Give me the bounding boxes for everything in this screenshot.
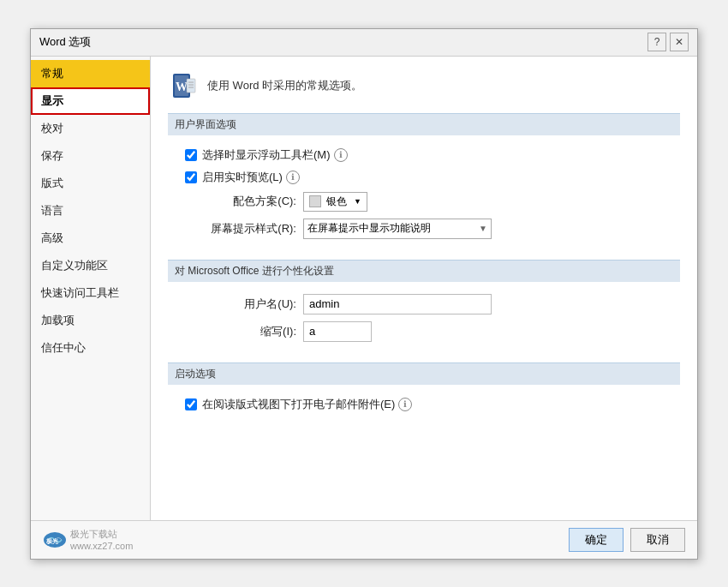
personalize-section-divider: 对 Microsoft Office 进行个性化设置	[168, 260, 680, 282]
screen-tip-label: 屏幕提示样式(R):	[185, 221, 296, 237]
svg-text:极光: 极光	[45, 537, 59, 544]
live-preview-label: 启用实时预览(L)	[202, 170, 283, 185]
sidebar-item-customize-ribbon[interactable]: 自定义功能区	[31, 252, 150, 279]
title-bar-buttons: ? ✕	[647, 33, 689, 51]
content-header-text: 使用 Word 时采用的常规选项。	[207, 78, 362, 93]
title-bar: Word 选项 ? ✕	[31, 29, 697, 57]
live-preview-checkbox[interactable]	[185, 171, 197, 183]
open-email-label: 在阅读版式视图下打开电子邮件附件(E)	[202, 397, 395, 412]
show-mini-toolbar-row: 选择时显示浮动工具栏(M) ℹ	[185, 147, 673, 163]
color-dropdown-arrow: ▼	[354, 197, 361, 206]
brand-url: www.xz27.com	[70, 541, 133, 551]
sidebar-item-advanced[interactable]: 高级	[31, 225, 150, 252]
color-scheme-label: 配色方案(C):	[185, 194, 296, 209]
open-email-row: 在阅读版式视图下打开电子邮件附件(E) ℹ	[185, 397, 673, 412]
username-row: 用户名(U):	[185, 294, 673, 314]
personalize-section-content: 用户名(U): 缩写(I):	[168, 291, 680, 356]
sidebar-item-trust-center[interactable]: 信任中心	[31, 334, 150, 362]
screen-tip-dropdown-arrow: ▼	[479, 224, 487, 233]
dialog-title: Word 选项	[39, 34, 91, 50]
username-label: 用户名(U):	[185, 296, 296, 312]
dialog-footer: 极光 极光下载站 www.xz27.com 确定 取消	[31, 520, 697, 559]
color-scheme-row: 配色方案(C): 银色 ▼	[185, 192, 673, 212]
sidebar-item-language[interactable]: 语言	[31, 197, 150, 225]
brand-logo: 极光	[43, 531, 67, 548]
content-header: W 使用 Word 时采用的常规选项。	[168, 70, 680, 101]
sidebar-item-general[interactable]: 常规	[31, 60, 150, 87]
sidebar-item-proofing[interactable]: 校对	[31, 115, 150, 142]
initials-row: 缩写(I):	[185, 321, 673, 342]
footer-brand: 极光 极光下载站 www.xz27.com	[43, 528, 133, 551]
screen-tip-row: 屏幕提示样式(R): 在屏幕提示中显示功能说明 ▼	[185, 219, 673, 239]
sidebar-item-save[interactable]: 保存	[31, 142, 150, 170]
open-email-info-icon[interactable]: ℹ	[398, 398, 412, 411]
username-input[interactable]	[303, 294, 492, 314]
sidebar-item-layout[interactable]: 版式	[31, 170, 150, 197]
main-content: W 使用 Word 时采用的常规选项。 用户界面选项	[151, 57, 697, 520]
sidebar-item-display[interactable]: 显示	[31, 87, 150, 115]
initials-label: 缩写(I):	[185, 324, 296, 339]
sidebar: 常规 显示 校对 保存 版式 语言 高级 自定义功能区	[31, 57, 151, 520]
help-button[interactable]: ?	[647, 33, 666, 51]
startup-section-content: 在阅读版式视图下打开电子邮件附件(E) ℹ	[168, 393, 680, 426]
live-preview-info-icon[interactable]: ℹ	[286, 171, 300, 184]
mini-toolbar-info-icon[interactable]: ℹ	[334, 148, 348, 162]
show-mini-toolbar-checkbox[interactable]	[185, 149, 197, 161]
open-email-checkbox[interactable]	[185, 398, 197, 410]
svg-rect-3	[187, 79, 195, 93]
brand-name: 极光下载站	[70, 528, 133, 541]
live-preview-row: 启用实时预览(L) ℹ	[185, 170, 673, 185]
svg-text:W: W	[176, 81, 188, 93]
ui-section-content: 选择时显示浮动工具栏(M) ℹ 启用实时预览(L) ℹ 配色方案(C):	[168, 144, 680, 253]
sidebar-item-addins[interactable]: 加载项	[31, 307, 150, 334]
show-mini-toolbar-label: 选择时显示浮动工具栏(M)	[202, 147, 331, 163]
dialog-body: 常规 显示 校对 保存 版式 语言 高级 自定义功能区	[31, 57, 697, 520]
color-swatch	[309, 195, 321, 207]
ok-button[interactable]: 确定	[569, 528, 624, 552]
startup-section-divider: 启动选项	[168, 362, 680, 385]
ui-section-divider: 用户界面选项	[168, 113, 680, 135]
word-options-dialog: Word 选项 ? ✕ 常规 显示 校对 保存 版式 语言	[30, 28, 698, 560]
word-general-icon: W	[168, 70, 199, 101]
color-scheme-select[interactable]: 银色 ▼	[303, 192, 367, 212]
cancel-button[interactable]: 取消	[630, 528, 685, 552]
screen-tip-select[interactable]: 在屏幕提示中显示功能说明 ▼	[303, 219, 492, 239]
sidebar-item-quick-access[interactable]: 快速访问工具栏	[31, 279, 150, 307]
initials-input[interactable]	[303, 321, 372, 342]
close-button[interactable]: ✕	[670, 33, 689, 51]
